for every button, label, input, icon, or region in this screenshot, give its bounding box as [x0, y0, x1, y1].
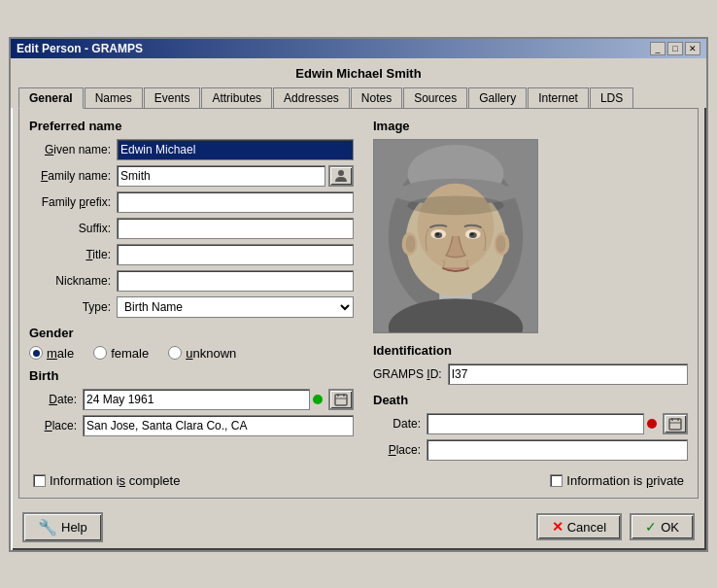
footer: 🔧 Help ✕ Cancel ✓ OK [11, 506, 706, 550]
svg-point-0 [338, 170, 344, 176]
info-complete-checkbox[interactable]: Information is complete [33, 473, 180, 488]
given-name-input[interactable] [117, 139, 354, 160]
death-place-row: Place: [373, 439, 688, 461]
birth-date-input[interactable] [83, 389, 310, 410]
identification-section-label: Identification [373, 343, 688, 358]
radio-female[interactable]: female [93, 346, 149, 361]
calendar-icon-death [668, 417, 682, 431]
person-name: Edwin Michael Smith [11, 58, 706, 86]
help-label: Help [61, 520, 87, 535]
radio-unknown[interactable]: unknown [168, 346, 236, 361]
content-area: Preferred name Given name: Family name: [18, 108, 699, 499]
birth-place-input[interactable] [83, 415, 354, 436]
info-complete-label: Information is complete [50, 473, 180, 488]
tab-sources-label: Sources [414, 91, 457, 105]
identification-section: Identification GRAMPS ID: [373, 343, 688, 385]
tab-lds-label: LDS [600, 91, 623, 105]
cancel-button[interactable]: ✕ Cancel [536, 513, 622, 540]
svg-point-19 [470, 232, 474, 235]
person-icon [334, 169, 348, 183]
maximize-button[interactable]: □ [667, 42, 683, 55]
tab-names-label: Names [95, 91, 132, 105]
gender-radio-row: male female unknown [29, 346, 354, 361]
tab-attributes-label: Attributes [212, 91, 261, 105]
tab-gallery-label: Gallery [479, 91, 516, 105]
nickname-input[interactable] [117, 270, 354, 292]
title-label: Title: [29, 248, 117, 261]
gramps-id-label: GRAMPS ID: [373, 367, 448, 381]
family-name-icon-btn[interactable] [328, 165, 354, 187]
info-private-checkbox-box [550, 474, 563, 487]
svg-point-18 [435, 232, 439, 235]
radio-circle-male [29, 346, 43, 360]
tab-general[interactable]: General [18, 87, 84, 109]
image-section-label: Image [373, 119, 688, 133]
radio-circle-female [93, 346, 107, 360]
type-label: Type: [29, 300, 117, 314]
svg-point-24 [408, 195, 504, 215]
tab-lds[interactable]: LDS [590, 87, 633, 109]
tab-internet-label: Internet [538, 91, 578, 105]
birth-section-label: Birth [29, 368, 354, 383]
info-private-checkbox[interactable]: Information is private [550, 473, 684, 488]
person-image [373, 139, 538, 333]
tab-attributes[interactable]: Attributes [201, 87, 272, 109]
tab-notes[interactable]: Notes [351, 87, 402, 109]
radio-dot-male [33, 350, 40, 357]
family-name-row: Family name: [29, 165, 354, 187]
tab-addresses[interactable]: Addresses [273, 87, 350, 109]
tab-general-label: General [29, 91, 73, 105]
family-prefix-input[interactable] [117, 191, 354, 213]
title-text: Edit Person - GRAMPS [17, 42, 143, 55]
tab-internet[interactable]: Internet [528, 87, 589, 109]
title-row: Title: [29, 244, 354, 265]
left-column: Preferred name Given name: Family name: [29, 119, 354, 466]
close-button[interactable]: ✕ [685, 42, 700, 55]
death-date-icon-btn[interactable] [663, 413, 688, 434]
tab-events[interactable]: Events [144, 87, 201, 109]
gender-section-label: Gender [29, 326, 354, 340]
family-prefix-row: Family prefix: [29, 191, 354, 213]
gender-section: Gender male female [29, 326, 354, 361]
type-row: Type: Birth Name [29, 296, 354, 318]
cancel-icon: ✕ [552, 519, 563, 535]
given-name-label: Given name: [29, 143, 117, 156]
birth-date-icon-btn[interactable] [328, 389, 354, 410]
death-date-input[interactable] [427, 413, 644, 434]
death-place-label: Place: [373, 443, 427, 457]
main-grid: Preferred name Given name: Family name: [29, 119, 688, 466]
death-section: Death Date: [373, 393, 688, 461]
death-place-input[interactable] [427, 439, 688, 461]
birth-date-valid-indicator [313, 395, 323, 404]
right-column: Image [363, 119, 688, 466]
minimize-button[interactable]: _ [650, 42, 666, 55]
suffix-input[interactable] [117, 218, 354, 239]
ok-button[interactable]: ✓ OK [630, 513, 695, 540]
nickname-row: Nickname: [29, 270, 354, 292]
family-name-input[interactable] [117, 165, 325, 187]
radio-male[interactable]: male [29, 346, 74, 361]
person-photo-svg [374, 139, 537, 333]
type-select[interactable]: Birth Name [117, 296, 354, 318]
gramps-id-input[interactable] [448, 363, 688, 385]
tab-addresses-label: Addresses [284, 91, 339, 105]
suffix-row: Suffix: [29, 218, 354, 239]
titlebar: Edit Person - GRAMPS _ □ ✕ [11, 39, 706, 58]
radio-unknown-label: unknown [186, 346, 236, 361]
birth-date-row: Date: [29, 389, 354, 410]
tab-names[interactable]: Names [85, 87, 143, 109]
birth-place-row: Place: [29, 415, 354, 436]
birth-section: Birth Date: [29, 368, 354, 436]
tab-sources[interactable]: Sources [403, 87, 467, 109]
footer-right-buttons: ✕ Cancel ✓ OK [536, 513, 695, 540]
title-input[interactable] [117, 244, 354, 265]
tab-notes-label: Notes [361, 91, 392, 105]
tab-bar: General Names Events Attributes Addresse… [11, 86, 706, 108]
preferred-name-section-label: Preferred name [29, 119, 354, 133]
titlebar-buttons: _ □ ✕ [650, 42, 700, 55]
tab-gallery[interactable]: Gallery [468, 87, 527, 109]
help-button[interactable]: 🔧 Help [22, 512, 103, 542]
death-section-label: Death [373, 393, 688, 407]
birth-date-label: Date: [29, 393, 83, 406]
death-date-label: Date: [373, 417, 427, 431]
